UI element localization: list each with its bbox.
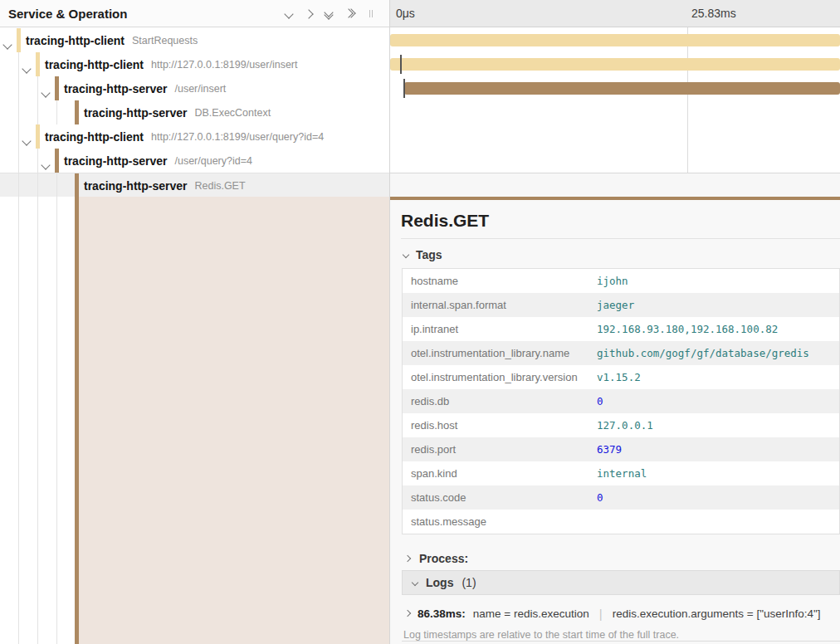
- indent-guide: [18, 100, 19, 124]
- timeline-tick-start: 0μs: [396, 7, 415, 20]
- log-field: name = redis.execution: [473, 607, 589, 620]
- operation-name: http://127.0.0.1:8199/user/insert: [151, 59, 298, 71]
- indent-guide: [18, 76, 19, 100]
- indent-guide: [37, 197, 38, 644]
- tag-key: redis.db: [403, 395, 597, 407]
- chevron-down-icon: [403, 251, 409, 258]
- span-color-indicator: [17, 28, 21, 52]
- operation-name: http://127.0.0.1:8199/user/query?id=4: [151, 131, 324, 143]
- indent-guide: [18, 52, 19, 76]
- span-bar[interactable]: [390, 58, 840, 71]
- selected-row-strip[interactable]: [390, 173, 840, 197]
- span-start-tick: [400, 55, 402, 74]
- timeline-header: 0μs 25.83ms: [390, 0, 840, 27]
- chevron-down-icon[interactable]: [23, 61, 30, 76]
- service-name: tracing-http-client: [45, 58, 144, 71]
- tag-row: hostname ijohn: [403, 269, 839, 293]
- span-row[interactable]: tracing-http-client http://127.0.0.1:819…: [0, 124, 389, 149]
- logs-section-header[interactable]: Logs (1): [402, 570, 840, 595]
- tag-key: span.kind: [403, 467, 597, 480]
- tag-key: otel.instrumentation_library.name: [403, 347, 597, 359]
- expand-all-icon[interactable]: [345, 10, 354, 17]
- service-name: tracing-http-client: [26, 34, 125, 47]
- tag-value: v1.15.2: [597, 371, 641, 383]
- tag-row: ip.intranet 192.168.93.180,192.168.100.8…: [403, 317, 839, 341]
- indent-guide: [18, 173, 19, 197]
- expand-one-icon[interactable]: [305, 6, 312, 21]
- tag-key: status.message: [403, 515, 597, 528]
- chevron-down-icon[interactable]: [42, 157, 49, 172]
- detail-row-left-backdrop: [0, 197, 389, 644]
- tag-value: github.com/gogf/gf/database/gredis: [597, 347, 809, 359]
- indent-guide: [56, 100, 57, 124]
- chevron-right-icon: [405, 610, 411, 617]
- span-bar[interactable]: [390, 34, 840, 46]
- span-tree-panel: Service & Operation tracing-http-client …: [0, 0, 389, 644]
- tags-label: Tags: [416, 248, 442, 261]
- indent-guide: [37, 76, 38, 100]
- tag-key: status.code: [403, 491, 597, 504]
- span-row-selected[interactable]: tracing-http-server Redis.GET: [0, 173, 389, 197]
- logs-footer-note: Log timestamps are relative to the start…: [403, 629, 679, 641]
- tree-header-title: Service & Operation: [8, 7, 127, 21]
- logs-count: (1): [462, 576, 476, 589]
- tag-key: otel.instrumentation_library.version: [403, 371, 597, 383]
- logs-label: Logs: [426, 576, 453, 589]
- operation-name: DB.ExecContext: [194, 107, 271, 119]
- log-entry[interactable]: 86.38ms: name = redis.execution | redis.…: [405, 602, 837, 625]
- chevron-down-icon[interactable]: [42, 85, 49, 100]
- tag-row: internal.span.format jaeger: [403, 293, 839, 317]
- span-bar[interactable]: [404, 82, 840, 95]
- service-name: tracing-http-server: [84, 106, 187, 120]
- span-color-indicator: [75, 173, 79, 198]
- service-name: tracing-http-server: [64, 82, 167, 95]
- timeline-gridline: [687, 0, 688, 197]
- span-row[interactable]: tracing-http-server /user/insert: [0, 76, 389, 100]
- span-row[interactable]: tracing-http-client http://127.0.0.1:819…: [0, 52, 389, 76]
- chevron-down-icon: [412, 579, 418, 586]
- tags-section-header[interactable]: Tags: [403, 246, 442, 263]
- operation-name: StartRequests: [132, 35, 198, 46]
- tag-value: internal: [597, 467, 647, 480]
- service-name: tracing-http-server: [64, 154, 167, 168]
- tag-row: redis.db 0: [403, 389, 839, 413]
- collapse-one-icon[interactable]: [286, 6, 292, 21]
- chevron-down-icon[interactable]: [4, 37, 11, 51]
- indent-guide: [18, 197, 19, 644]
- panel-divider[interactable]: [389, 0, 390, 644]
- collapse-all-icon[interactable]: [325, 9, 332, 18]
- tag-row: otel.instrumentation_library.name github…: [403, 341, 839, 365]
- indent-guide: [37, 100, 38, 124]
- tag-value: 0: [597, 491, 603, 504]
- tag-key: internal.span.format: [403, 299, 597, 311]
- span-color-indicator: [55, 149, 59, 173]
- chevron-down-icon[interactable]: [23, 133, 30, 148]
- logs-section-bottom-border: [402, 641, 840, 642]
- log-field-separator: |: [597, 607, 605, 621]
- tag-key: ip.intranet: [403, 323, 597, 335]
- span-color-indicator: [75, 100, 79, 124]
- span-row[interactable]: tracing-http-server /user/query?id=4: [0, 149, 389, 173]
- selected-span-tint: [79, 197, 389, 644]
- column-resizer-handle[interactable]: [369, 10, 373, 17]
- log-field: redis.execution.arguments = ["userInfo:4…: [613, 607, 821, 620]
- tags-table: hostname ijohn internal.span.format jaeg…: [402, 268, 840, 534]
- tag-row: redis.port 6379: [403, 437, 839, 461]
- tag-value: jaeger: [597, 299, 634, 311]
- operation-name: /user/insert: [174, 83, 226, 95]
- span-row[interactable]: tracing-http-server DB.ExecContext: [0, 100, 389, 124]
- process-section-header[interactable]: Process:: [405, 546, 468, 570]
- indent-guide: [18, 149, 19, 173]
- indent-guide: [37, 149, 38, 173]
- tag-row: span.kind internal: [403, 461, 839, 485]
- span-color-indicator: [55, 76, 59, 100]
- chevron-right-icon: [404, 554, 411, 561]
- tag-row: status.code 0: [403, 485, 839, 510]
- service-name: tracing-http-server: [84, 179, 187, 193]
- tag-key: redis.host: [403, 419, 597, 432]
- span-row[interactable]: tracing-http-client StartRequests: [0, 28, 389, 52]
- span-color-indicator: [36, 52, 40, 76]
- tag-value: 192.168.93.180,192.168.100.82: [597, 323, 778, 335]
- service-name: tracing-http-client: [45, 130, 144, 144]
- indent-guide: [37, 173, 38, 197]
